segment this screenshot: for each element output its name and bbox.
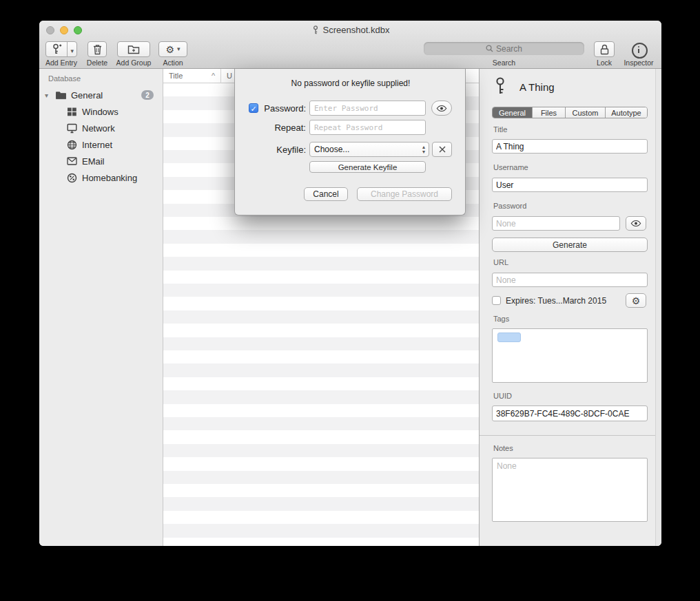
disclosure-icon[interactable]: ▾ bbox=[45, 92, 52, 99]
popup-chevrons-icon: ▴▾ bbox=[422, 145, 425, 154]
window-chrome: Screenshot.kdbx ▾ Add Entry Delete bbox=[39, 21, 661, 69]
eye-icon bbox=[436, 105, 447, 112]
notes-label: Notes bbox=[493, 444, 513, 452]
repeat-input[interactable] bbox=[309, 120, 426, 135]
group-badge: 2 bbox=[141, 90, 154, 100]
url-input[interactable] bbox=[492, 273, 648, 287]
tags-box[interactable] bbox=[492, 328, 648, 383]
search-placeholder: Search bbox=[496, 44, 522, 54]
gear-icon: ⚙ bbox=[165, 45, 174, 54]
entry-password-reveal-button[interactable] bbox=[626, 216, 646, 231]
delete-button[interactable] bbox=[88, 41, 107, 57]
keyfile-popup[interactable]: Choose... ▴▾ bbox=[309, 142, 429, 157]
tab-custom[interactable]: Custom bbox=[566, 107, 606, 118]
password-field-label: Password bbox=[493, 202, 526, 210]
entry-password-input[interactable] bbox=[492, 216, 620, 231]
folder-icon bbox=[55, 90, 67, 100]
generate-button[interactable]: Generate bbox=[492, 238, 648, 252]
action-button[interactable]: ⚙ ▾ bbox=[158, 41, 187, 57]
sidebar-item-label: Internet bbox=[82, 140, 112, 150]
generate-keyfile-label: Generate Keyfile bbox=[338, 163, 398, 171]
entry-key-icon bbox=[493, 77, 508, 95]
tags-label: Tags bbox=[493, 315, 509, 323]
expires-checkbox[interactable] bbox=[492, 296, 501, 305]
chevron-down-icon: ▾ bbox=[177, 46, 181, 52]
tag-chip[interactable] bbox=[497, 333, 521, 342]
sidebar-item-email[interactable]: EMail bbox=[39, 153, 163, 169]
desktop: { "window": { "title": "Screenshot.kdbx"… bbox=[0, 0, 700, 601]
search-icon bbox=[486, 45, 493, 52]
sidebar-item-windows[interactable]: Windows bbox=[39, 103, 163, 120]
column-divider[interactable] bbox=[220, 69, 221, 83]
windows-icon bbox=[67, 107, 77, 117]
globe-icon bbox=[67, 140, 77, 150]
trash-icon bbox=[93, 44, 102, 55]
sidebar-item-network[interactable]: Network bbox=[39, 120, 163, 136]
uuid-input[interactable] bbox=[492, 405, 648, 421]
notes-box[interactable]: None bbox=[492, 458, 648, 522]
password-dialog: No password or keyfile supplied! ✓ Passw… bbox=[234, 69, 466, 215]
expires-settings-button[interactable]: ⚙ bbox=[626, 293, 646, 308]
change-password-label: Change Password bbox=[371, 189, 438, 199]
password-label: Password: bbox=[244, 103, 306, 114]
lock-button[interactable] bbox=[594, 41, 615, 57]
cancel-button[interactable]: Cancel bbox=[304, 187, 348, 201]
chevron-down-icon: ▾ bbox=[70, 48, 74, 54]
sidebar-header: Database bbox=[48, 74, 81, 83]
generate-keyfile-button[interactable]: Generate Keyfile bbox=[309, 161, 426, 173]
sidebar-item-label: Homebanking bbox=[82, 173, 137, 183]
delete-label: Delete bbox=[83, 59, 111, 67]
add-group-button[interactable] bbox=[117, 41, 150, 57]
inspector-panel: A Thing General Files Custom Autotype Ti… bbox=[479, 69, 661, 546]
change-password-button[interactable]: Change Password bbox=[357, 187, 452, 201]
sidebar-item-label: EMail bbox=[82, 156, 105, 167]
cancel-label: Cancel bbox=[313, 189, 338, 199]
sidebar-item-homebanking[interactable]: Homebanking bbox=[39, 169, 163, 186]
keyfile-clear-button[interactable] bbox=[432, 142, 452, 157]
username-field-label: Username bbox=[493, 163, 528, 171]
app-window: Screenshot.kdbx ▾ Add Entry Delete bbox=[39, 21, 661, 546]
tab-general[interactable]: General bbox=[493, 107, 533, 118]
tab-files[interactable]: Files bbox=[533, 107, 566, 118]
sidebar: Database ▾ General 2 Windows Network Int… bbox=[39, 69, 163, 546]
password-input[interactable] bbox=[309, 101, 426, 116]
window-title-text: Screenshot.kdbx bbox=[323, 25, 390, 35]
sidebar-item-general[interactable]: ▾ General 2 bbox=[39, 87, 163, 103]
close-icon bbox=[439, 146, 446, 153]
search-input[interactable]: Search bbox=[424, 42, 584, 55]
toolbar: ▾ Add Entry Delete Add Group ⚙ ▾ Action bbox=[39, 40, 661, 69]
tab-autotype[interactable]: Autotype bbox=[606, 107, 647, 118]
inspector-button[interactable] bbox=[632, 43, 648, 59]
content-area: Database ▾ General 2 Windows Network Int… bbox=[39, 69, 661, 546]
search-label: Search bbox=[424, 59, 584, 67]
sidebar-item-label: Windows bbox=[82, 107, 119, 117]
inspector-tabs: General Files Custom Autotype bbox=[492, 107, 648, 118]
username-input[interactable] bbox=[492, 178, 648, 192]
expires-label: Expires: Tues...March 2015 bbox=[506, 296, 606, 306]
lock-label: Lock bbox=[594, 59, 615, 67]
add-entry-menu-arrow[interactable]: ▾ bbox=[68, 43, 76, 56]
action-label: Action bbox=[158, 59, 187, 67]
lock-icon bbox=[600, 44, 609, 55]
sidebar-item-label: General bbox=[71, 90, 103, 101]
eye-icon bbox=[630, 220, 641, 227]
column-header-username[interactable]: U bbox=[227, 72, 232, 80]
titlebar: Screenshot.kdbx bbox=[39, 21, 661, 40]
gear-icon: ⚙ bbox=[632, 296, 641, 306]
column-header-title[interactable]: Title bbox=[169, 72, 183, 80]
computer-icon bbox=[67, 123, 77, 134]
uuid-label: UUID bbox=[493, 392, 512, 400]
repeat-label: Repeat: bbox=[244, 123, 306, 133]
inspector-scrollbar[interactable] bbox=[655, 69, 661, 546]
generate-label: Generate bbox=[553, 240, 587, 250]
document-key-icon bbox=[311, 25, 320, 34]
add-entry-button[interactable]: ▾ bbox=[45, 41, 77, 57]
key-plus-icon bbox=[46, 43, 67, 55]
url-field-label: URL bbox=[493, 258, 508, 266]
password-reveal-button[interactable] bbox=[431, 101, 452, 116]
title-input[interactable] bbox=[492, 139, 648, 154]
keyfile-label: Keyfile: bbox=[244, 145, 306, 155]
sidebar-item-internet[interactable]: Internet bbox=[39, 136, 163, 153]
dialog-message: No password or keyfile supplied! bbox=[235, 78, 466, 88]
sort-asc-icon: ^ bbox=[212, 72, 215, 80]
